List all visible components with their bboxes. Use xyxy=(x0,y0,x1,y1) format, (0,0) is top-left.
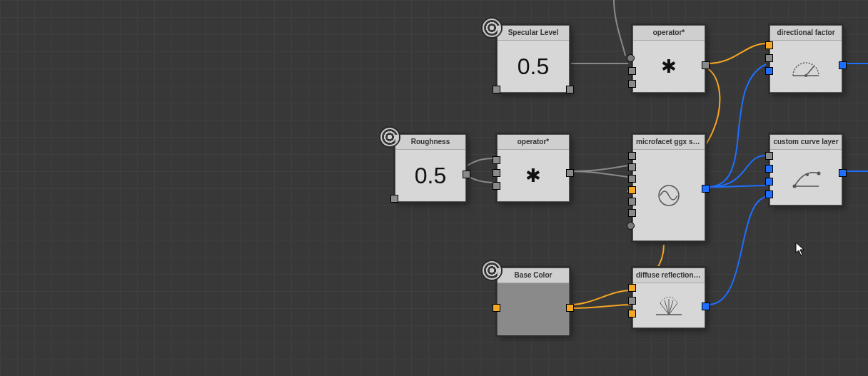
svg-line-1 xyxy=(806,66,814,76)
svg-point-6 xyxy=(817,172,821,176)
node-title: microfacet ggx smith b… xyxy=(633,135,705,150)
port-out-grey[interactable] xyxy=(566,169,574,177)
port-in-grey[interactable] xyxy=(390,195,398,203)
target-ring-icon[interactable] xyxy=(483,261,501,280)
port-out-orange[interactable] xyxy=(566,304,574,312)
port-in-grey[interactable] xyxy=(765,152,773,160)
port-in-grey[interactable] xyxy=(628,297,636,305)
svg-line-13 xyxy=(669,303,677,315)
node-custom-curve-layer[interactable]: custom curve layer xyxy=(769,134,842,205)
port-out-grey[interactable] xyxy=(566,86,574,93)
port-in-blue[interactable] xyxy=(765,67,773,75)
port-in-grey-1[interactable] xyxy=(493,156,500,164)
node-title: Specular Level xyxy=(498,26,569,41)
port-in-5[interactable] xyxy=(628,198,636,205)
svg-point-7 xyxy=(806,173,809,176)
port-out-grey[interactable] xyxy=(463,171,470,178)
port-in-orange[interactable] xyxy=(493,304,500,312)
port-in-circle[interactable] xyxy=(627,222,635,230)
port-in-2[interactable] xyxy=(628,163,636,171)
port-out-grey[interactable] xyxy=(702,61,710,69)
port-in-6[interactable] xyxy=(628,209,636,217)
node-value: 0.5 xyxy=(498,41,569,93)
node-title: Base Color xyxy=(498,268,569,283)
sine-circle-icon xyxy=(653,183,685,208)
port-out-blue[interactable] xyxy=(839,169,847,177)
node-title: custom curve layer xyxy=(770,135,842,150)
port-in-grey-3[interactable] xyxy=(493,182,500,190)
port-in-grey-2[interactable] xyxy=(628,80,636,88)
node-swatch xyxy=(498,283,569,335)
port-in-circle[interactable] xyxy=(627,54,635,62)
curve-handle-icon xyxy=(790,165,822,190)
node-icon xyxy=(770,150,842,205)
node-canvas[interactable]: Specular Level 0.5 operator* ✱ direction… xyxy=(0,0,868,376)
node-icon xyxy=(770,41,842,93)
port-in-grey[interactable] xyxy=(628,67,636,75)
port-in-1[interactable] xyxy=(628,152,636,160)
node-directional-factor[interactable]: directional factor xyxy=(769,25,842,93)
svg-line-10 xyxy=(665,300,669,315)
node-title: directional factor xyxy=(770,26,842,41)
node-specular-level[interactable]: Specular Level 0.5 xyxy=(497,25,570,93)
svg-line-12 xyxy=(669,300,673,315)
port-in-orange-2[interactable] xyxy=(628,310,636,317)
node-diffuse-reflection-bsdf[interactable]: diffuse reflection bsdf xyxy=(632,268,705,328)
node-title: operator* xyxy=(633,26,705,41)
port-in-orange-1[interactable] xyxy=(628,284,636,292)
svg-point-2 xyxy=(804,74,807,77)
node-operator-mid[interactable]: operator* ✱ xyxy=(497,134,570,202)
target-ring-icon[interactable] xyxy=(380,128,399,146)
svg-line-9 xyxy=(660,303,669,315)
port-out-blue[interactable] xyxy=(702,303,710,310)
port-in-grey[interactable] xyxy=(765,54,773,62)
node-operator-top[interactable]: operator* ✱ xyxy=(632,25,705,93)
node-title: diffuse reflection bsdf xyxy=(633,268,705,283)
protractor-icon xyxy=(790,54,822,80)
port-in-blue-3[interactable] xyxy=(765,190,773,198)
port-in-blue-2[interactable] xyxy=(765,178,773,186)
target-ring-icon[interactable] xyxy=(483,19,501,37)
port-out-blue[interactable] xyxy=(702,185,710,193)
port-in-orange[interactable] xyxy=(765,41,773,49)
node-roughness[interactable]: Roughness 0.5 xyxy=(395,134,466,202)
diffuse-rays-icon xyxy=(653,293,685,319)
port-in-orange[interactable] xyxy=(628,186,636,194)
port-in-3[interactable] xyxy=(628,175,636,183)
port-out-blue[interactable] xyxy=(839,61,847,69)
node-icon xyxy=(633,150,705,241)
node-value: 0.5 xyxy=(395,150,465,202)
node-title: Roughness xyxy=(395,135,465,150)
node-base-color[interactable]: Base Color xyxy=(497,268,570,335)
port-in-grey[interactable] xyxy=(493,86,500,93)
port-in-grey-2[interactable] xyxy=(493,169,500,177)
node-glyph: ✱ xyxy=(633,41,705,93)
node-microfacet[interactable]: microfacet ggx smith b… xyxy=(632,134,705,241)
port-in-blue-1[interactable] xyxy=(765,165,773,173)
node-glyph: ✱ xyxy=(498,150,569,202)
node-title: operator* xyxy=(498,135,569,150)
svg-point-5 xyxy=(793,185,797,188)
node-icon xyxy=(633,283,705,328)
